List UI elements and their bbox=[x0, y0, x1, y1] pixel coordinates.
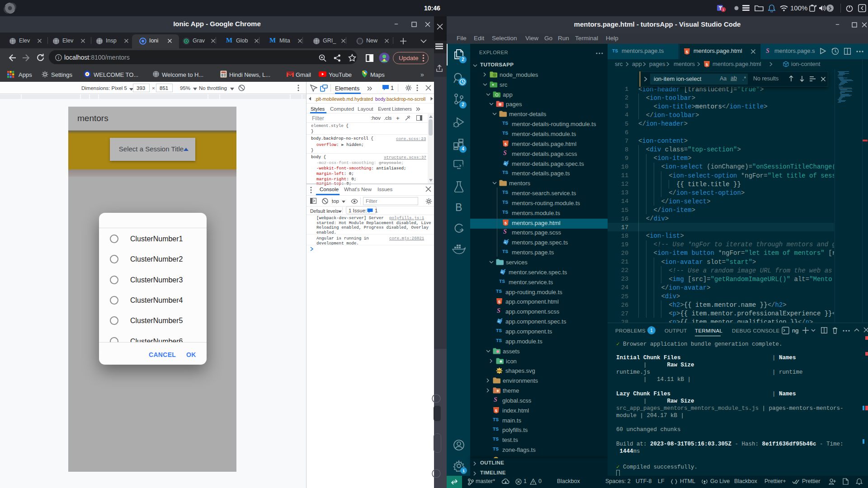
svg-text:5: 5 bbox=[505, 221, 507, 225]
svg-text:SVG: SVG bbox=[497, 370, 502, 372]
svg-text:5: 5 bbox=[505, 141, 507, 146]
svg-text:1: 1 bbox=[722, 8, 724, 11]
svg-text:5: 5 bbox=[706, 62, 708, 67]
svg-text:5: 5 bbox=[498, 300, 500, 304]
svg-text:5: 5 bbox=[686, 50, 688, 54]
svg-text:5: 5 bbox=[495, 408, 497, 413]
